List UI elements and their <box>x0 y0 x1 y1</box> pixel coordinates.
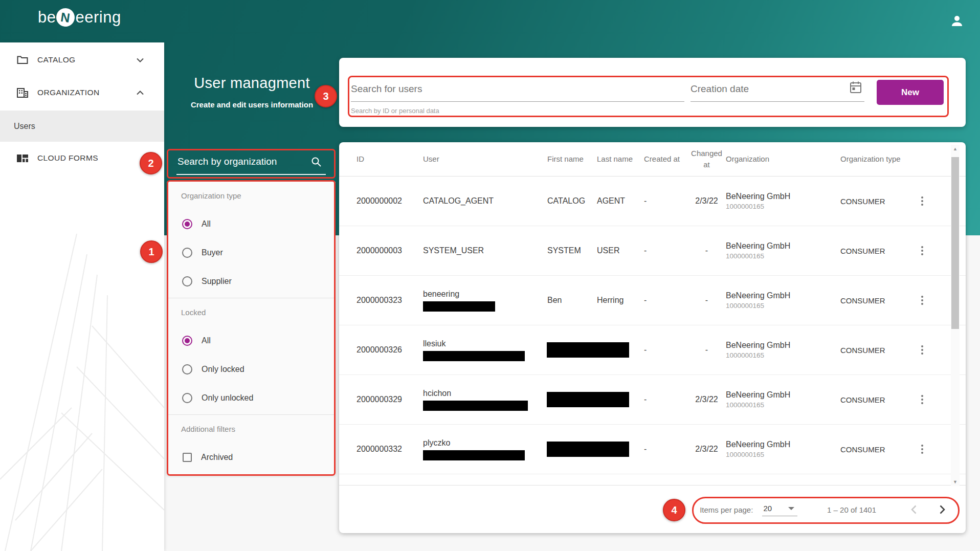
scrollbar-thumb[interactable] <box>951 157 959 329</box>
cell-organization-type: CONSUMER <box>840 247 916 255</box>
app-logo: beNeering <box>38 8 121 27</box>
kebab-menu-icon[interactable] <box>916 392 928 407</box>
table-row[interactable]: 2000000003 SYSTEM_USER SYSTEM USER - - B… <box>339 226 966 276</box>
table-row[interactable]: 2000000329 hcichon - 2/3/22 BeNeering Gm… <box>339 375 966 425</box>
kebab-menu-icon[interactable] <box>916 244 928 258</box>
vertical-scrollbar[interactable]: ▲ ▼ <box>951 145 960 486</box>
checkbox-archived[interactable]: Archived <box>167 446 336 469</box>
username-text: SYSTEM_USER <box>423 246 547 255</box>
redaction-bar <box>547 342 629 358</box>
username-text: CATALOG_AGENT <box>423 196 547 206</box>
chevron-up-icon[interactable] <box>137 91 144 95</box>
cell-last-name: Herring <box>597 296 644 305</box>
users-table-card: ID User First name Last name Created at … <box>339 142 966 533</box>
page-range-label: 1 – 20 of 1401 <box>827 505 876 514</box>
cell-created-at: - <box>644 246 687 255</box>
account-icon[interactable] <box>949 13 965 29</box>
cell-organization-type: CONSUMER <box>840 395 916 404</box>
radio-locked-all[interactable]: All <box>167 329 336 352</box>
table-row[interactable]: 2000000326 llesiuk - - BeNeering GmbH 10… <box>339 325 966 375</box>
new-user-button[interactable]: New <box>877 80 944 105</box>
table-header: ID User First name Last name Created at … <box>339 142 966 177</box>
cell-first-name: CATALOG <box>547 196 597 206</box>
creation-date-input[interactable]: Creation date <box>691 83 864 102</box>
column-header-organization-type: Organization type <box>840 153 916 165</box>
table-row-partial <box>339 474 966 486</box>
sidebar-item-cloud-forms[interactable]: CLOUD FORMS <box>0 142 164 174</box>
cell-changed-at: 2/3/22 <box>687 395 726 404</box>
chevron-down-icon[interactable] <box>137 58 144 62</box>
redaction-bar <box>423 450 525 460</box>
organization-search-input[interactable]: Search by organization <box>176 151 326 175</box>
previous-page-button[interactable] <box>906 502 921 517</box>
cell-organization-type: CONSUMER <box>840 346 916 355</box>
username-text: llesiuk <box>423 339 547 348</box>
sidebar-item-catalog[interactable]: CATALOG <box>0 43 164 76</box>
table-row[interactable]: 2000000323 beneering Ben Herring - - BeN… <box>339 276 966 325</box>
cell-created-at: - <box>644 395 687 404</box>
radio-only-unlocked[interactable]: Only unlocked <box>167 387 336 409</box>
cell-user: plyczko <box>423 438 547 460</box>
items-per-page-value: 20 <box>763 504 772 513</box>
user-search-input[interactable]: Search for users <box>351 83 684 102</box>
user-search-card: Search for users Search by ID or persona… <box>339 58 966 127</box>
filter-panel: Organization type All Buyer Supplier Loc… <box>167 181 336 475</box>
search-helper-text: Search by ID or personal data <box>351 107 439 115</box>
logo-text: be <box>38 8 56 27</box>
items-per-page-label: Items per page: <box>700 505 753 514</box>
cell-created-at: - <box>644 345 687 355</box>
radio-icon <box>182 336 192 346</box>
cell-changed-at: - <box>687 345 726 355</box>
column-header-first-name: First name <box>547 153 597 165</box>
cell-first-name: Ben <box>547 296 597 305</box>
cell-organization: BeNeering GmbH 1000000165 <box>726 440 840 458</box>
grid-icon <box>17 155 28 162</box>
cell-user: hcichon <box>423 389 547 411</box>
cell-organization: BeNeering GmbH 1000000165 <box>726 390 840 409</box>
top-bar: beNeering <box>0 0 980 42</box>
radio-only-locked[interactable]: Only locked <box>167 358 336 381</box>
radio-org-type-supplier[interactable]: Supplier <box>167 270 336 293</box>
cell-organization-type: CONSUMER <box>840 197 916 206</box>
radio-icon <box>182 393 192 403</box>
annotation-badge-2: 2 <box>140 152 162 174</box>
divider <box>167 414 336 415</box>
username-text: plyczko <box>423 438 547 448</box>
kebab-menu-icon[interactable] <box>916 442 928 456</box>
calendar-icon[interactable] <box>850 81 862 96</box>
kebab-menu-icon[interactable] <box>916 343 928 357</box>
cell-organization: BeNeering GmbH 1000000165 <box>726 341 840 359</box>
logo-text: eering <box>75 8 121 27</box>
sidebar-item-label: CATALOG <box>37 55 76 64</box>
radio-org-type-all[interactable]: All <box>167 213 336 235</box>
scroll-up-arrow-icon[interactable]: ▲ <box>951 145 960 153</box>
scroll-down-arrow-icon[interactable]: ▼ <box>951 478 960 486</box>
radio-org-type-buyer[interactable]: Buyer <box>167 241 336 264</box>
kebab-menu-icon[interactable] <box>916 194 928 208</box>
input-underline <box>691 101 864 102</box>
cell-changed-at: - <box>687 246 726 255</box>
cell-id: 2000000329 <box>357 395 423 404</box>
column-header-changed-at: Changed at <box>687 148 726 171</box>
cell-changed-at: 2/3/22 <box>687 196 726 206</box>
items-per-page-select[interactable]: 20 <box>762 503 797 516</box>
redaction-bar <box>423 351 525 361</box>
filter-group-label: Locked <box>181 308 206 317</box>
dropdown-caret-icon <box>788 507 794 510</box>
table-body: 2000000002 CATALOG_AGENT CATALOG AGENT -… <box>339 177 966 474</box>
next-page-button[interactable] <box>934 502 950 517</box>
column-header-organization: Organization <box>726 153 840 165</box>
logo-n-icon: N <box>55 7 76 28</box>
cell-created-at: - <box>644 196 687 206</box>
kebab-menu-icon[interactable] <box>916 293 928 307</box>
sidebar-item-organization[interactable]: ORGANIZATION <box>0 76 164 109</box>
table-row[interactable]: 2000000002 CATALOG_AGENT CATALOG AGENT -… <box>339 177 966 226</box>
sidebar-item-users[interactable]: Users <box>0 111 164 142</box>
redaction-bar <box>547 442 629 457</box>
paginator: Items per page: 20 1 – 20 of 1401 <box>339 486 966 533</box>
table-row[interactable]: 2000000332 plyczko - 2/3/22 BeNeering Gm… <box>339 425 966 474</box>
page-header: User managment Create and edit users inf… <box>166 75 338 109</box>
divider <box>167 298 336 298</box>
cell-last-name: USER <box>597 246 644 255</box>
input-underline <box>351 101 684 102</box>
